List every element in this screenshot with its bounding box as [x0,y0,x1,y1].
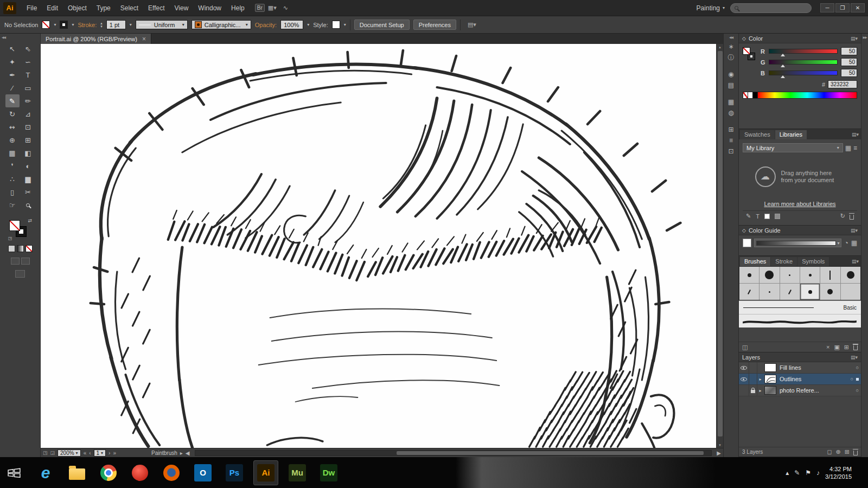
new-brush-icon[interactable]: ⊞ [844,344,849,351]
library-select[interactable]: My Library ▾ [743,143,843,152]
taskbar-clock[interactable]: 4:32 PM 3/12/2015 [825,465,852,480]
menu-help[interactable]: Help [226,0,250,16]
chevron-down-icon[interactable]: ▾ [130,22,132,27]
color-fill-stroke-widget[interactable] [743,47,757,63]
charcoal-brush-row[interactable] [739,314,861,328]
blend-tool[interactable]: ◐ [21,159,35,172]
zoom-select[interactable]: 200% ▾ [58,450,81,457]
opacity-field[interactable]: 100% [280,20,303,29]
sync-status-icon[interactable]: ∿ [283,4,288,11]
taskbar-chrome[interactable] [97,461,120,485]
menu-file[interactable]: File [22,0,42,16]
library-color-icon[interactable] [764,214,770,219]
scale-tool[interactable]: ⊿ [21,107,35,120]
brush-cell[interactable] [820,284,840,300]
pathfinder-panel-icon[interactable]: ⊡ [725,146,737,157]
base-color-swatch[interactable] [743,239,751,247]
appearance-panel-icon[interactable]: ▤ [725,80,737,91]
line-segment-tool[interactable]: ∕ [5,81,20,94]
artboard-number-field[interactable]: 1 ▾ [94,450,106,457]
expand-panels-icon[interactable]: ▶▶ [863,36,866,39]
gradient-panel-icon[interactable]: ◍ [725,107,737,118]
next-artboard-icon[interactable]: › [108,450,110,456]
tools-collapse-icon[interactable]: ◀◀ [0,34,40,41]
screen-mode-button[interactable] [15,270,25,278]
channel-slider-r[interactable] [769,49,838,54]
artboard-canvas[interactable] [41,44,716,448]
pen-settings-tray-icon[interactable]: ✎ [794,469,800,477]
taskbar-photoshop[interactable]: Ps [222,461,246,485]
brush-cell[interactable] [760,267,779,283]
rotate-tool[interactable]: ↻ [5,107,20,120]
color-wheel-panel-icon[interactable]: ◉ [725,69,737,80]
stroke-weight-label[interactable]: Stroke: [78,22,97,28]
minimize-button[interactable]: ─ [820,3,834,12]
taskbar-file-explorer[interactable] [65,461,89,485]
draw-behind-button[interactable] [21,258,30,265]
column-graph-tool[interactable]: ▆ [21,172,35,185]
menu-edit[interactable]: Edit [42,0,63,16]
layer-expand-icon[interactable]: ▸ [757,388,763,393]
layer-visibility-toggle[interactable] [739,362,749,373]
hex-value-field[interactable]: 323232 [828,80,857,88]
new-layer-icon[interactable]: ⊞ [845,448,850,455]
layer-visibility-toggle[interactable] [739,374,749,384]
search-box[interactable] [730,3,812,13]
chevron-down-icon[interactable]: ▾ [344,22,346,27]
panel-collapse-icon[interactable]: ◇ [742,228,746,233]
shape-builder-tool[interactable]: ⊕ [5,133,20,146]
status-options-icon[interactable]: ▸ [180,450,183,456]
artboard-menu-icon[interactable]: ◲ [50,450,55,455]
dock-collapse-icon[interactable]: ◀◀ [724,34,738,41]
channel-value-g[interactable]: 50 [841,58,857,66]
lasso-tool[interactable]: ∽ [21,55,35,68]
brush-libraries-icon[interactable]: ◫ [742,344,748,351]
scroll-down-icon[interactable]: ▼ [718,442,722,448]
taskbar-firefox[interactable] [159,461,183,485]
gradient-tool[interactable]: ◧ [21,146,35,159]
pen-tool[interactable]: ✒ [5,68,20,81]
menu-object[interactable]: Object [63,0,92,16]
layer-row[interactable]: ▸Outlines○ [739,374,861,385]
menu-type[interactable]: Type [92,0,116,16]
layer-name[interactable]: Outlines [780,376,848,382]
brush-cell[interactable] [820,267,840,283]
brush-cell[interactable] [760,284,779,300]
basic-brush-row[interactable]: Basic [739,300,861,314]
transform-panel-icon[interactable]: ▦ [725,97,737,107]
previous-artboard-icon[interactable]: ‹ [89,450,91,456]
document-setup-button[interactable]: Document Setup [354,20,410,30]
color-mode-button[interactable] [8,245,15,252]
eyedropper-tool[interactable]: ❜ [5,159,20,172]
layer-lock-toggle[interactable] [749,385,757,396]
chevron-down-icon[interactable]: ▾ [307,22,309,27]
brush-definition-select[interactable]: Calligraphic... ▾ [192,20,251,29]
default-fill-stroke-icon[interactable]: ◳ [8,236,12,241]
taskbar-muse[interactable]: Mu [285,461,309,485]
slice-tool[interactable]: ✂ [21,185,35,198]
brush-options-icon[interactable]: ▣ [834,344,839,351]
layer-visibility-toggle[interactable] [739,385,749,396]
direct-selection-tool[interactable]: ⇖ [21,42,35,55]
menu-effect[interactable]: Effect [143,0,169,16]
start-button[interactable] [2,461,26,485]
pencil-tool[interactable]: ✏ [21,94,35,107]
first-artboard-icon[interactable]: « [84,450,87,456]
tab-close-icon[interactable]: × [142,35,146,43]
library-delete-icon[interactable] [850,215,854,220]
document-tab[interactable]: Portrait.ai @ 200% (RGB/Preview) × [41,34,151,44]
channel-slider-g[interactable] [769,60,838,65]
taskbar-dreamweaver[interactable]: Dw [317,461,341,485]
horizontal-scroll-thumb[interactable] [397,451,704,455]
arrange-documents-icon[interactable]: ▦▾ [268,4,277,11]
delete-brush-icon[interactable] [853,345,858,350]
menu-view[interactable]: View [170,0,194,16]
taskbar-illustrator[interactable]: Ai [254,461,278,485]
new-sublayer-icon[interactable]: ⊕ [836,448,841,455]
stroke-swatch[interactable] [60,21,68,29]
make-clipping-mask-icon[interactable]: ◻ [827,448,832,455]
channel-value-r[interactable]: 50 [841,47,857,55]
layer-row[interactable]: ▸photo Refere...○ [739,385,861,396]
restore-button[interactable]: ❐ [835,3,850,12]
layer-target-icon[interactable]: ○ [856,388,859,393]
